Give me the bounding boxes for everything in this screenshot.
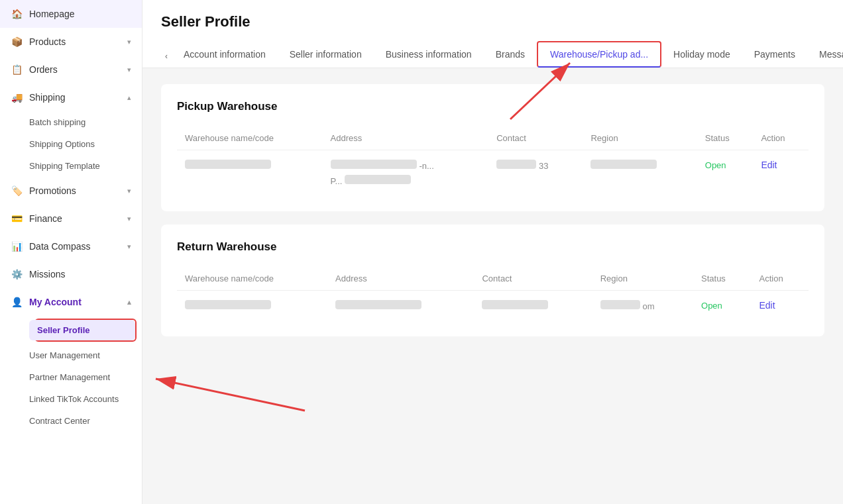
data-compass-icon: 📊 (11, 240, 23, 252)
products-icon: 📦 (11, 36, 23, 48)
region-suffix: om (643, 301, 655, 311)
sidebar-item-shipping[interactable]: 🚚 Shipping ▴ (0, 83, 142, 111)
col-address: Address (323, 126, 489, 150)
blurred-contact (496, 160, 536, 169)
tab-warehouse-pickup[interactable]: Warehouse/Pickup ad... (537, 41, 661, 68)
tab-messages[interactable]: Messag... (807, 42, 843, 68)
blurred-name (185, 300, 271, 309)
address-line2: P... (331, 176, 343, 186)
sidebar-item-linked-tiktok[interactable]: Linked TikTok Accounts (29, 388, 142, 410)
sidebar-item-promotions[interactable]: 🏷️ Promotions ▾ (0, 177, 142, 205)
return-warehouse-section: Return Warehouse Warehouse name/code Add… (161, 225, 824, 336)
action-cell[interactable]: Edit (752, 291, 809, 321)
status-badge: Open (701, 301, 722, 311)
home-icon: 🏠 (11, 8, 23, 20)
account-icon: 👤 (11, 296, 23, 308)
blurred-name (185, 160, 271, 169)
table-row: om Open Edit (177, 291, 809, 321)
sidebar-item-user-management[interactable]: User Management (29, 344, 142, 366)
sidebar-item-data-compass[interactable]: 📊 Data Compass ▾ (0, 232, 142, 260)
pickup-warehouse-title: Pickup Warehouse (177, 100, 809, 113)
blurred-address (335, 300, 422, 309)
blurred-region (590, 160, 657, 169)
sidebar-item-label: Products (29, 36, 121, 47)
address-cell (327, 291, 474, 321)
blurred-address-2 (345, 175, 411, 184)
chevron-up-icon: ▴ (127, 93, 131, 102)
col-status: Status (697, 126, 754, 150)
sidebar-item-partner-management[interactable]: Partner Management (29, 366, 142, 388)
missions-icon: ⚙️ (11, 268, 23, 280)
sidebar-item-seller-profile[interactable]: Seller Profile (29, 320, 135, 340)
table-header-row: Warehouse name/code Address Contact Regi… (177, 267, 809, 291)
orders-icon: 📋 (11, 64, 23, 76)
sidebar-item-label: Missions (29, 269, 131, 279)
sidebar-item-orders[interactable]: 📋 Orders ▾ (0, 56, 142, 83)
pickup-warehouse-section: Pickup Warehouse Warehouse name/code Add… (161, 84, 824, 211)
chevron-up-icon: ▴ (127, 298, 131, 307)
tab-payments[interactable]: Payments (742, 42, 807, 68)
sidebar-item-label: Shipping (29, 92, 121, 103)
edit-button[interactable]: Edit (761, 160, 777, 170)
contact-cell (474, 291, 592, 321)
col-warehouse-name: Warehouse name/code (177, 267, 327, 291)
page-header: Seller Profile ‹ Account information Sel… (142, 0, 843, 68)
sidebar-item-products[interactable]: 📦 Products ▾ (0, 28, 142, 56)
tab-brands[interactable]: Brands (484, 42, 537, 68)
contact-suffix: 33 (539, 161, 548, 171)
page-title: Seller Profile (161, 13, 824, 30)
chevron-down-icon: ▾ (127, 38, 131, 46)
my-account-submenu: Seller Profile User Management Partner M… (0, 316, 142, 432)
blurred-region (600, 300, 640, 309)
sidebar-item-contract-center[interactable]: Contract Center (29, 410, 142, 432)
sidebar-item-homepage[interactable]: 🏠 Homepage (0, 0, 142, 28)
status-badge: Open (705, 160, 726, 170)
sidebar-item-batch-shipping[interactable]: Batch shipping (29, 111, 142, 133)
tab-holiday-mode[interactable]: Holiday mode (661, 42, 742, 68)
sidebar-item-label: Finance (29, 213, 121, 224)
finance-icon: 💳 (11, 213, 23, 225)
action-cell[interactable]: Edit (753, 150, 809, 196)
tab-account-information[interactable]: Account information (172, 42, 278, 68)
sidebar-item-label: Promotions (29, 185, 121, 196)
contact-cell: 33 (488, 150, 583, 196)
tab-seller-information[interactable]: Seller information (278, 42, 374, 68)
sidebar: 🏠 Homepage 📦 Products ▾ 📋 Orders ▾ 🚚 Shi… (0, 0, 142, 504)
sidebar-item-label: My Account (29, 297, 121, 307)
svg-line-3 (156, 379, 305, 411)
promotions-icon: 🏷️ (11, 185, 23, 197)
seller-profile-box: Seller Profile (34, 319, 137, 342)
sidebar-item-label: Data Compass (29, 241, 121, 252)
sidebar-item-finance[interactable]: 💳 Finance ▾ (0, 205, 142, 232)
region-cell: om (592, 291, 693, 321)
warehouse-name-cell (177, 150, 323, 196)
status-cell: Open (697, 150, 754, 196)
warehouse-name-cell (177, 291, 327, 321)
content-area: Pickup Warehouse Warehouse name/code Add… (142, 68, 843, 504)
table-header-row: Warehouse name/code Address Contact Regi… (177, 126, 809, 150)
sidebar-item-label: Orders (29, 64, 121, 75)
col-contact: Contact (474, 267, 592, 291)
edit-button[interactable]: Edit (759, 300, 775, 311)
sidebar-item-missions[interactable]: ⚙️ Missions (0, 260, 142, 288)
chevron-down-icon: ▾ (127, 242, 131, 251)
tab-business-information[interactable]: Business information (374, 42, 484, 68)
sidebar-item-shipping-template[interactable]: Shipping Template (29, 155, 142, 177)
address-cell: -n... P... (323, 150, 489, 196)
table-row: -n... P... 33 Open (177, 150, 809, 196)
pickup-warehouse-table: Warehouse name/code Address Contact Regi… (177, 126, 809, 195)
col-address: Address (327, 267, 474, 291)
status-cell: Open (693, 291, 751, 321)
sidebar-item-my-account[interactable]: 👤 My Account ▴ (0, 288, 142, 316)
return-warehouse-table: Warehouse name/code Address Contact Regi… (177, 267, 809, 321)
blurred-contact (482, 300, 548, 309)
tab-prev-arrow[interactable]: ‹ (161, 45, 172, 68)
sidebar-item-label: Homepage (29, 9, 131, 19)
col-region: Region (583, 126, 697, 150)
col-action: Action (752, 267, 809, 291)
region-cell (583, 150, 697, 196)
chevron-down-icon: ▾ (127, 215, 131, 223)
col-contact: Contact (488, 126, 583, 150)
sidebar-item-shipping-options[interactable]: Shipping Options (29, 133, 142, 155)
col-region: Region (592, 267, 693, 291)
